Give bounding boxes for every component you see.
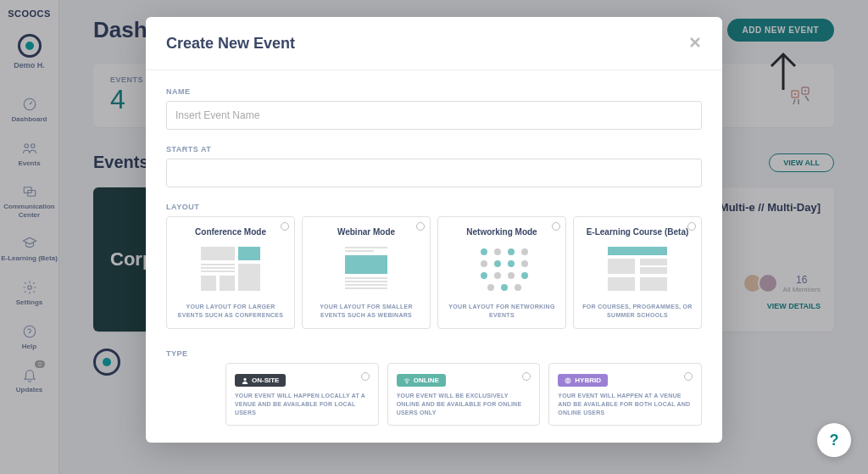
modal-overlay: Create New Event NAME STARTS AT LAYOUT C… (0, 0, 868, 474)
svg-point-12 (406, 382, 407, 382)
radio-icon (552, 222, 560, 231)
type-badge-label: ON-SITE (252, 376, 279, 384)
close-button[interactable] (688, 32, 702, 54)
type-option-desc: YOUR EVENT WILL HAPPEN LOCALLY AT A VENU… (235, 392, 370, 416)
layout-option-conference[interactable]: Conference Mode YOUR LAYOUT FOR LARGER E… (166, 216, 295, 329)
conference-layout-icon (174, 245, 287, 294)
type-options: ON-SITE YOUR EVENT WILL HAPPEN LOCALLY A… (225, 363, 702, 427)
question-icon: ? (830, 432, 839, 449)
layout-option-desc: YOUR LAYOUT FOR LARGER EVENTS SUCH AS CO… (174, 303, 287, 320)
elearning-layout-icon (581, 245, 694, 294)
starts-at-label: STARTS AT (166, 145, 702, 153)
radio-icon (687, 222, 696, 231)
create-event-modal: Create New Event NAME STARTS AT LAYOUT C… (146, 17, 722, 443)
type-option-hybrid[interactable]: HYBRID YOUR EVENT WILL HAPPEN AT A VENUE… (548, 363, 702, 427)
webinar-layout-icon (309, 245, 423, 294)
type-option-onsite[interactable]: ON-SITE YOUR EVENT WILL HAPPEN LOCALLY A… (225, 363, 379, 427)
starts-at-input[interactable] (166, 159, 702, 187)
user-icon (242, 377, 248, 384)
layout-option-title: Webinar Mode (309, 227, 423, 237)
layout-option-title: Conference Mode (174, 227, 287, 237)
type-option-desc: YOUR EVENT WILL HAPPEN AT A VENUE AND BE… (558, 392, 693, 416)
modal-body: NAME STARTS AT LAYOUT Conference Mode YO… (146, 70, 722, 443)
event-name-input[interactable] (166, 101, 702, 130)
layout-option-networking[interactable]: Networking Mode YOUR LAYOUT FOR NETWORKI… (437, 216, 566, 329)
layout-option-title: E-Learning Course (Beta) (581, 227, 694, 237)
type-label: TYPE (166, 349, 702, 358)
radio-icon (281, 222, 289, 231)
radio-icon (361, 372, 370, 381)
layout-option-desc: YOUR LAYOUT FOR SMALLER EVENTS SUCH AS W… (309, 303, 423, 320)
layout-options: Conference Mode YOUR LAYOUT FOR LARGER E… (166, 216, 702, 329)
layout-label: LAYOUT (166, 203, 702, 211)
close-icon (688, 36, 702, 49)
layout-option-desc: YOUR LAYOUT FOR NETWORKING EVENTS (445, 303, 559, 320)
layout-option-elearning[interactable]: E-Learning Course (Beta) FOR COURSES, PR… (573, 216, 702, 329)
wifi-icon (403, 377, 410, 384)
type-option-online[interactable]: ONLINE YOUR EVENT WILL BE EXCLUSIVELY ON… (387, 363, 541, 427)
layout-option-webinar[interactable]: Webinar Mode YOUR LAYOUT FOR SMALLER EVE… (302, 216, 431, 329)
networking-layout-icon (445, 245, 559, 294)
layout-option-title: Networking Mode (445, 227, 559, 237)
radio-icon (416, 222, 425, 231)
help-fab[interactable]: ? (817, 423, 851, 457)
radio-icon (684, 372, 693, 381)
modal-title: Create New Event (166, 35, 295, 53)
globe-icon (565, 377, 571, 384)
radio-icon (522, 372, 531, 381)
name-label: NAME (166, 87, 702, 96)
type-badge-label: ONLINE (414, 376, 439, 384)
svg-point-11 (243, 377, 246, 380)
type-option-desc: YOUR EVENT WILL BE EXCLUSIVELY ONLINE AN… (397, 392, 531, 416)
type-badge-label: HYBRID (575, 376, 601, 384)
layout-option-desc: FOR COURSES, PROGRAMMES, OR SUMMER SCHOO… (581, 303, 694, 320)
modal-header: Create New Event (146, 17, 722, 70)
